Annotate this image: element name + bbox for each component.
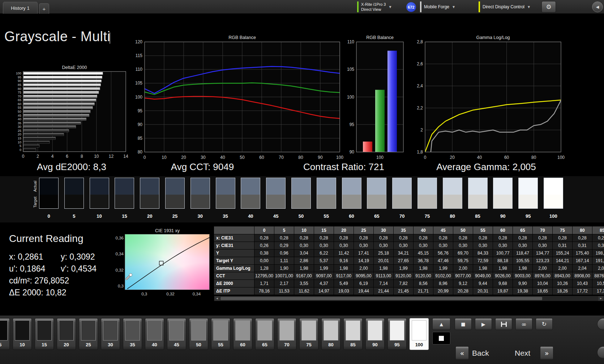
pattern-swatch: [324, 320, 338, 341]
table-cell: 0,30: [354, 242, 374, 249]
play-button[interactable]: ▶: [475, 318, 492, 330]
pattern-level-tile[interactable]: 45: [167, 318, 186, 350]
table-cell: 0,31: [573, 242, 592, 249]
svg-text:85: 85: [138, 136, 143, 141]
swatch-patch: [367, 178, 386, 209]
collapse-panel-button[interactable]: ◀: [592, 1, 603, 12]
pattern-level-tile[interactable]: 15: [35, 318, 54, 350]
swatch-patch: [190, 178, 210, 209]
swatch-actual-color: [443, 178, 462, 195]
table-cell: 2,17: [274, 280, 294, 287]
partial-round-button[interactable]: [597, 346, 604, 359]
pattern-level-tile[interactable]: 90: [365, 318, 385, 350]
svg-text:70: 70: [279, 155, 284, 160]
svg-text:80: 80: [298, 155, 303, 160]
table-row-label: ΔE ITP: [214, 287, 254, 295]
history-tab[interactable]: History 1: [3, 2, 38, 14]
pattern-level-tile[interactable]: 10: [13, 318, 32, 350]
swatch-level-label: 85: [468, 213, 488, 219]
table-cell: 0,28: [294, 234, 314, 242]
stop-button[interactable]: ■: [455, 318, 472, 330]
table-cell: 3,04: [294, 250, 314, 257]
swatch-patch: [90, 178, 109, 209]
scroll-right-arrow[interactable]: ►: [598, 296, 604, 301]
pattern-level-tile[interactable]: 35: [123, 318, 142, 350]
table-column-header: 70: [533, 226, 553, 234]
svg-text:80: 80: [531, 155, 536, 160]
swatch-actual-color: [317, 178, 336, 195]
cie-x-tick: 0,3: [138, 292, 151, 296]
next-button[interactable]: Next: [515, 349, 530, 358]
grayscale-swatch: 70: [392, 178, 412, 219]
chevron-down-icon: ▼: [453, 5, 455, 9]
swatch-actual-color: [115, 178, 134, 195]
meter-dropdown[interactable]: X-Rite i1Pro 3 Direct View ▼: [357, 1, 401, 13]
table-cell: 1,98: [493, 265, 513, 272]
svg-text:100: 100: [347, 95, 354, 100]
swatch-patch: [443, 178, 462, 209]
pattern-level-tile[interactable]: 20: [57, 318, 76, 350]
back-chevron-button[interactable]: «: [455, 346, 469, 360]
table-cell: 2,86: [294, 257, 314, 264]
pattern-level-tile[interactable]: 60: [233, 318, 252, 350]
pattern-level-tile[interactable]: 75: [299, 318, 318, 350]
pattern-level-tile[interactable]: 70: [277, 318, 296, 350]
table-scrollbar[interactable]: ◄ ►: [214, 296, 604, 301]
svg-text:20: 20: [450, 155, 455, 160]
display-control-dropdown[interactable]: Direct Display Control ▼: [479, 1, 540, 13]
table-column-header: 45: [433, 226, 453, 234]
table-cell: 105,55: [513, 257, 533, 264]
svg-text:1,8: 1,8: [417, 150, 423, 155]
reading-v-prime: v': 0,4534: [61, 264, 97, 274]
pattern-level-tile[interactable]: 40: [145, 318, 164, 350]
hold-pattern-button[interactable]: [495, 318, 512, 330]
partial-round-button[interactable]: [597, 318, 604, 330]
next-chevron-button[interactable]: »: [540, 346, 553, 360]
plus-icon: +: [43, 6, 46, 12]
pattern-level-tile[interactable]: 30: [101, 318, 120, 350]
grayscale-swatch: 80: [443, 178, 462, 219]
pattern-level-tile[interactable]: 95: [387, 318, 407, 350]
table-cell: 0,28: [473, 234, 493, 242]
pattern-window-button[interactable]: [432, 332, 450, 344]
table-cell: 0,31: [592, 242, 604, 249]
swatch-level-label: 75: [417, 213, 437, 219]
pattern-level-label: 35: [123, 342, 142, 347]
swatch-target-color: [544, 195, 563, 208]
table-row-label: Gamma Log/Log: [214, 265, 254, 272]
pattern-level-label: 30: [101, 342, 120, 347]
svg-text:10: 10: [162, 155, 167, 160]
svg-text:2,8: 2,8: [417, 39, 423, 44]
source-dropdown[interactable]: Mobile Forge ▼: [420, 1, 475, 13]
refresh-button[interactable]: ↻: [536, 318, 553, 330]
pattern-level-label: 45: [167, 342, 186, 347]
swatch-target-color: [166, 195, 184, 208]
scroll-left-arrow[interactable]: ◄: [214, 296, 220, 301]
continuous-read-button[interactable]: ∞: [515, 318, 532, 330]
svg-text:10: 10: [18, 140, 21, 144]
table-cell: 0,29: [274, 242, 294, 249]
pattern-level-tile[interactable]: 55: [211, 318, 230, 350]
svg-text:RGB Balance: RGB Balance: [366, 35, 394, 40]
pattern-level-tile[interactable]: 85: [343, 318, 363, 350]
table-cell: 9117,00: [334, 272, 354, 280]
swatch-target-color: [90, 195, 109, 208]
pattern-level-tile[interactable]: 25: [79, 318, 98, 350]
pattern-level-tile[interactable]: 50: [189, 318, 208, 350]
pattern-level-tile[interactable]: 100: [410, 318, 429, 350]
table-cell: 0,28: [573, 234, 592, 242]
table-cell: 1,71: [254, 280, 274, 287]
scrollbar-thumb[interactable]: [220, 297, 542, 300]
pattern-level-label: 40: [145, 342, 164, 347]
table-cell: 36,78: [414, 257, 433, 264]
pattern-level-tile[interactable]: 80: [321, 318, 340, 350]
back-button[interactable]: Back: [472, 349, 489, 358]
svg-text:105: 105: [347, 67, 354, 72]
svg-text:8: 8: [81, 154, 83, 159]
new-tab-button[interactable]: +: [39, 3, 49, 14]
cie-y-tick: 0,34: [112, 252, 124, 256]
pattern-level-tile[interactable]: 65: [255, 318, 274, 350]
pattern-level-tile[interactable]: 5: [0, 318, 10, 350]
settings-button[interactable]: ⚙: [541, 1, 556, 13]
pattern-up-button[interactable]: ▲: [432, 318, 450, 330]
